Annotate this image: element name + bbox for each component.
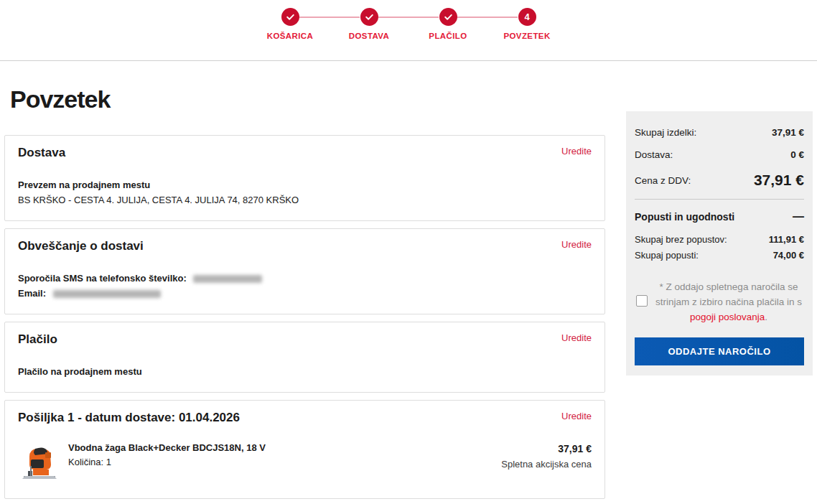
- summary-total-row: Cena z DDV: 37,91 €: [635, 172, 804, 189]
- terms-checkbox[interactable]: [636, 295, 648, 307]
- summary-cards-column: Povzetek Dostava Uredite Prevzem na prod…: [4, 61, 605, 504]
- edit-obvescanje-link[interactable]: Uredite: [561, 239, 592, 250]
- card-obvescanje: Obveščanje o dostavi Uredite Sporočila S…: [4, 228, 605, 314]
- discounts-header: Popusti in ugodnosti —: [635, 211, 804, 223]
- summary-row-items: Skupaj izdelki: 37,91 €: [635, 127, 804, 138]
- step-number-badge: 4: [518, 8, 536, 26]
- stepper-step-povzetek-current: 4 POVZETEK: [518, 8, 536, 26]
- terms-text-line1: * Z oddajo spletnega naročila se: [660, 281, 798, 292]
- summary-divider: [635, 199, 804, 200]
- product-image-jigsaw: [18, 441, 62, 485]
- check-icon: [281, 8, 299, 26]
- card-dostava: Dostava Uredite Prevzem na prodajnem mes…: [4, 135, 605, 221]
- stepper-label-povzetek: POVZETEK: [503, 32, 550, 40]
- edit-dostava-link[interactable]: Uredite: [561, 146, 592, 157]
- checkout-header: KOŠARICA DOSTAVA PLAČILO 4 POVZETEK: [0, 0, 817, 61]
- summary-row-label: Skupaj izdelki:: [635, 127, 696, 138]
- summary-total-value: 37,91 €: [754, 172, 804, 189]
- summary-row-value: 0 €: [790, 149, 804, 160]
- email-label: Email:: [18, 288, 46, 299]
- submit-order-button[interactable]: ODDAJTE NAROČILO: [635, 337, 804, 365]
- discount-row-value: 111,91 €: [769, 234, 804, 245]
- terms-link[interactable]: pogoji poslovanja: [690, 312, 765, 322]
- product-name[interactable]: Vbodna žaga Black+Decker BDCJS18N, 18 V: [68, 441, 266, 455]
- stepper-step-placilo[interactable]: PLAČILO: [439, 8, 457, 26]
- stepper-step-kosarica[interactable]: KOŠARICA: [281, 8, 299, 26]
- check-icon: [360, 8, 378, 26]
- check-icon: [439, 8, 457, 26]
- card-obvescanje-title: Obveščanje o dostavi: [18, 239, 144, 253]
- discount-row-total: Skupaj popusti: 74,00 €: [635, 250, 804, 261]
- product-row: Vbodna žaga Black+Decker BDCJS18N, 18 V …: [18, 441, 592, 485]
- stepper-connector: [457, 17, 518, 18]
- card-placilo-title: Plačilo: [18, 332, 57, 347]
- order-summary-column: Skupaj izdelki: 37,91 € Dostava: 0 € Cen…: [626, 61, 813, 504]
- summary-row-shipping: Dostava: 0 €: [635, 149, 804, 160]
- discounts-title: Popusti in ugodnosti: [635, 211, 734, 223]
- discount-row-label: Skupaj popusti:: [635, 250, 699, 261]
- terms-text-line2: strinjam z izbiro načina plačila in s: [655, 297, 802, 307]
- terms-text: * Z oddajo spletnega naročila se strinja…: [653, 279, 804, 325]
- card-placilo: Plačilo Uredite Plačilo na prodajnem mes…: [4, 322, 605, 393]
- stepper-step-dostava[interactable]: DOSTAVA: [360, 8, 378, 26]
- main-content: Povzetek Dostava Uredite Prevzem na prod…: [0, 61, 817, 504]
- edit-posiljka-link[interactable]: Uredite: [561, 411, 592, 421]
- sms-label: Sporočila SMS na telefonsko številko:: [18, 273, 187, 284]
- discount-row-before: Skupaj brez popustov: 111,91 €: [635, 234, 804, 245]
- payment-method: Plačilo na prodajnem mestu: [18, 364, 592, 379]
- discount-row-label: Skupaj brez popustov:: [635, 234, 727, 245]
- stepper-connector: [299, 17, 360, 18]
- product-quantity: Količina: 1: [68, 455, 266, 470]
- stepper-label-kosarica: KOŠARICA: [267, 32, 314, 40]
- summary-row-label: Dostava:: [635, 149, 673, 160]
- page-title: Povzetek: [10, 85, 605, 113]
- collapse-minus-icon[interactable]: —: [793, 213, 804, 220]
- card-posiljka-title: Pošiljka 1 - datum dostave: 01.04.2026: [18, 411, 240, 425]
- product-price: 37,91 €: [501, 441, 592, 457]
- summary-total-label: Cena z DDV:: [635, 175, 691, 186]
- product-price-note: Spletna akcijska cena: [501, 457, 592, 472]
- stepper-label-dostava: DOSTAVA: [349, 32, 389, 40]
- stepper-label-povzetek: PLAČILO: [429, 32, 467, 40]
- order-summary-panel: Skupaj izdelki: 37,91 € Dostava: 0 € Cen…: [626, 111, 813, 375]
- discount-row-value: 74,00 €: [773, 250, 804, 261]
- redacted-email: [53, 290, 161, 298]
- card-posiljka: Pošiljka 1 - datum dostave: 01.04.2026 U…: [4, 400, 605, 499]
- delivery-method: Prevzem na prodajnem mestu: [18, 177, 592, 192]
- terms-agreement: * Z oddajo spletnega naročila se strinja…: [635, 279, 804, 325]
- edit-placilo-link[interactable]: Uredite: [561, 332, 592, 343]
- delivery-address: BS KRŠKO - CESTA 4. JULIJA, CESTA 4. JUL…: [18, 192, 592, 207]
- card-dostava-title: Dostava: [18, 146, 65, 160]
- stepper-connector: [378, 17, 439, 18]
- terms-suffix: .: [765, 312, 767, 322]
- checkout-stepper: KOŠARICA DOSTAVA PLAČILO 4 POVZETEK: [0, 0, 817, 26]
- redacted-phone-number: [193, 275, 262, 283]
- summary-row-value: 37,91 €: [772, 127, 804, 138]
